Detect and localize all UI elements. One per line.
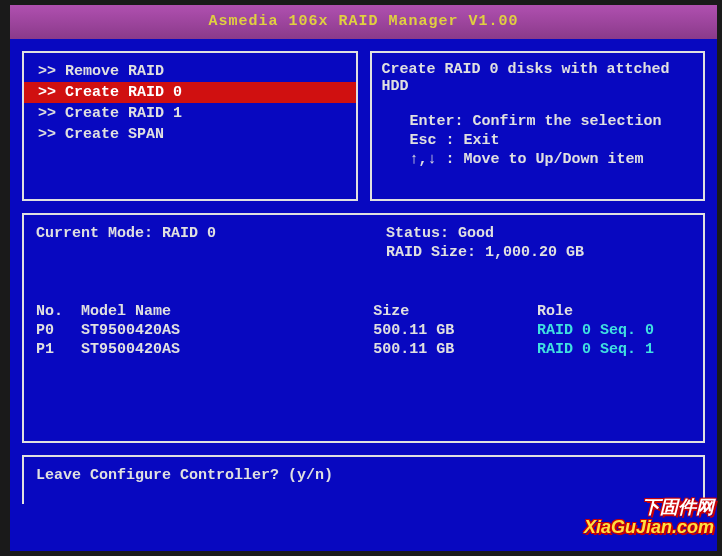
raid-size-label: RAID Size: — [386, 244, 476, 261]
header-no: No. — [36, 303, 63, 320]
raid-size: RAID Size: 1,000.20 GB — [386, 244, 584, 261]
header-model: Model Name — [81, 303, 171, 320]
detail-panel: Current Mode: RAID 0 Status: Good RAID S… — [22, 213, 705, 443]
title-bar: Asmedia 106x RAID Manager V1.00 — [10, 5, 717, 39]
current-mode-value: RAID 0 — [162, 225, 216, 242]
key-hint-esc: Esc : Exit — [382, 132, 694, 149]
current-mode: Current Mode: RAID 0 — [36, 225, 386, 242]
status-label: Status: — [386, 225, 449, 242]
disk-size: 500.11 GB — [373, 322, 537, 339]
confirm-prompt[interactable]: Leave Configure Controller? (y/n) — [36, 467, 333, 484]
table-header-row: No. Model Name Size Role — [36, 303, 691, 320]
disk-size: 500.11 GB — [373, 341, 537, 358]
disk-no: P0 — [36, 322, 54, 339]
menu-item-create-raid-1[interactable]: >> Create RAID 1 — [34, 103, 346, 124]
raid-size-value: 1,000.20 GB — [485, 244, 584, 261]
info-panel: Create RAID 0 disks with attched HDD Ent… — [370, 51, 706, 201]
watermark-line2: XiaGuJian.com — [584, 518, 714, 538]
key-hint-arrows: ↑,↓ : Move to Up/Down item — [382, 151, 694, 168]
menu-panel: >> Remove RAID >> Create RAID 0 >> Creat… — [22, 51, 358, 201]
menu-item-create-span[interactable]: >> Create SPAN — [34, 124, 346, 145]
status-value: Good — [458, 225, 494, 242]
disk-role: RAID 0 Seq. 0 — [537, 322, 691, 339]
info-title: Create RAID 0 disks with attched HDD — [382, 61, 694, 95]
menu-item-create-raid-0[interactable]: >> Create RAID 0 — [24, 82, 356, 103]
disk-model: ST9500420AS — [81, 322, 180, 339]
key-hint-enter: Enter: Confirm the selection — [382, 113, 694, 130]
bios-screen: >> Remove RAID >> Create RAID 0 >> Creat… — [10, 39, 717, 551]
status: Status: Good — [386, 225, 494, 242]
menu-item-remove-raid[interactable]: >> Remove RAID — [34, 61, 346, 82]
app-title: Asmedia 106x RAID Manager V1.00 — [208, 13, 518, 30]
watermark-line1: 下固件网 — [584, 498, 714, 518]
disk-no: P1 — [36, 341, 54, 358]
header-size: Size — [373, 303, 537, 320]
disk-model: ST9500420AS — [81, 341, 180, 358]
table-row: P1 ST9500420AS 500.11 GB RAID 0 Seq. 1 — [36, 341, 691, 358]
disk-role: RAID 0 Seq. 1 — [537, 341, 691, 358]
header-role: Role — [537, 303, 691, 320]
prompt-panel: Leave Configure Controller? (y/n) — [22, 455, 705, 504]
table-row: P0 ST9500420AS 500.11 GB RAID 0 Seq. 0 — [36, 322, 691, 339]
watermark: 下固件网 XiaGuJian.com — [584, 498, 714, 538]
current-mode-label: Current Mode: — [36, 225, 153, 242]
